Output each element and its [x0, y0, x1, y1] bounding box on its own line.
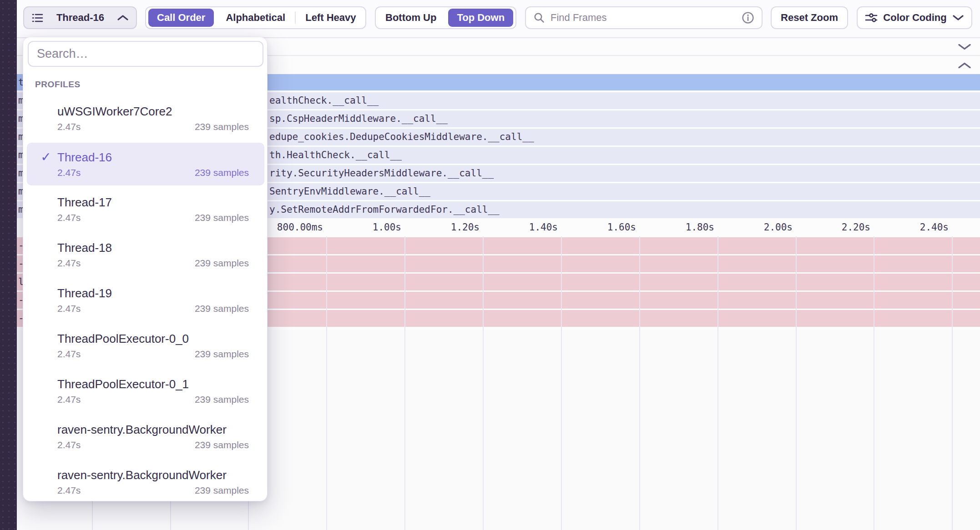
time-gridline — [483, 236, 484, 530]
thread-selector-label: Thread-16 — [56, 12, 104, 24]
direction-top-down-button[interactable]: Top Down — [448, 9, 513, 27]
time-gridline — [796, 236, 797, 530]
axis-tick-label: 1.40s — [476, 218, 558, 236]
chevron-up-icon — [117, 15, 129, 21]
time-gridline — [561, 236, 562, 530]
thread-selector-dropdown: PROFILES uWSGIWorker7Core2 2.47s 239 sam… — [23, 37, 268, 501]
expand-section-chevron-down-icon[interactable] — [957, 43, 972, 50]
sidebar-nav-strip — [0, 0, 17, 530]
chevron-down-icon — [952, 15, 964, 21]
profiles-section-label: PROFILES — [35, 80, 81, 90]
checkmark-icon: ✓ — [37, 150, 55, 165]
dropdown-search-input[interactable] — [28, 41, 263, 67]
info-icon[interactable] — [742, 11, 754, 24]
time-gridline — [404, 236, 405, 530]
time-gridline — [717, 236, 718, 530]
find-frames-input[interactable] — [550, 11, 742, 24]
time-gridline — [639, 236, 640, 530]
sort-alphabetical-button[interactable]: Alphabetical — [216, 12, 295, 24]
sort-mode-segmented-control: Call Order Alphabetical Left Heavy — [145, 6, 366, 29]
axis-tick-label: 1.60s — [554, 218, 636, 236]
color-coding-button[interactable]: Color Coding — [857, 6, 972, 29]
time-gridline — [952, 236, 953, 530]
search-icon — [533, 12, 545, 24]
direction-bottom-up-button[interactable]: Bottom Up — [376, 12, 446, 24]
axis-tick-label: 2.00s — [711, 218, 793, 236]
axis-tick-label: 2.20s — [788, 218, 870, 236]
sort-call-order-button[interactable]: Call Order — [148, 9, 214, 27]
sort-left-heavy-button[interactable]: Left Heavy — [296, 12, 365, 24]
axis-tick-label: 1.80s — [632, 218, 714, 236]
sliders-icon — [865, 12, 878, 24]
thread-list-icon — [31, 12, 44, 24]
collapse-section-chevron-up-icon[interactable] — [957, 62, 972, 70]
direction-segmented-control: Bottom Up Top Down — [375, 6, 516, 29]
axis-tick-label: 2.40s — [867, 218, 949, 236]
axis-tick-label: 1.00s — [319, 218, 401, 236]
time-gridline — [874, 236, 874, 530]
time-gridline — [326, 236, 327, 530]
reset-zoom-button[interactable]: Reset Zoom — [771, 6, 848, 29]
find-frames-field[interactable] — [525, 6, 763, 29]
axis-tick-label: 1.20s — [398, 218, 480, 236]
thread-selector-button[interactable]: Thread-16 — [23, 6, 137, 29]
flamegraph-toolbar: Thread-16 Call Order Alphabetical Left H… — [17, 0, 980, 38]
